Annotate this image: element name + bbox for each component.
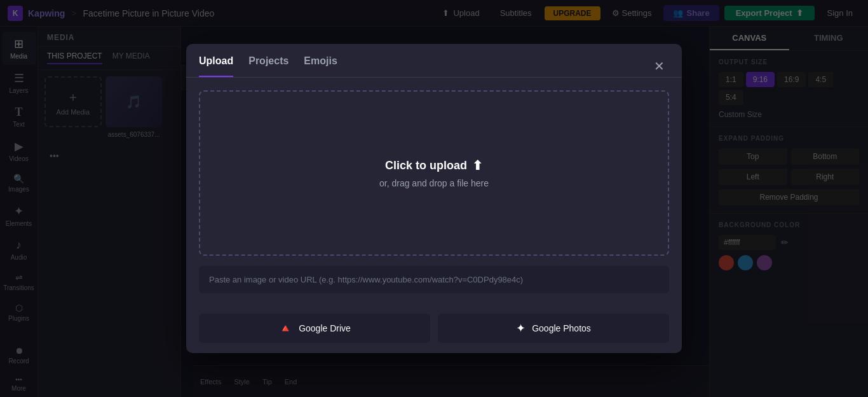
- modal-tab-upload[interactable]: Upload: [199, 55, 233, 77]
- modal-header: Upload Projects Emojis ✕: [186, 44, 682, 77]
- modal-close-button[interactable]: ✕: [649, 56, 669, 76]
- url-input[interactable]: [199, 266, 669, 293]
- modal-tab-emojis[interactable]: Emojis: [304, 55, 337, 77]
- modal-tab-projects[interactable]: Projects: [248, 55, 288, 77]
- google-drive-button[interactable]: 🔺 Google Drive: [199, 314, 430, 343]
- modal-footer: 🔺 Google Drive ✦ Google Photos: [186, 306, 682, 353]
- google-photos-button[interactable]: ✦ Google Photos: [438, 314, 669, 343]
- upload-dropzone[interactable]: Click to upload ⬆ or, drag and drop a fi…: [199, 90, 669, 256]
- upload-text: Click to upload ⬆: [385, 158, 483, 173]
- upload-modal: Upload Projects Emojis ✕ Click to upload…: [186, 44, 682, 353]
- google-photos-icon: ✦: [516, 321, 526, 335]
- google-drive-icon: 🔺: [278, 321, 292, 335]
- upload-arrow-icon: ⬆: [472, 158, 483, 173]
- modal-body: Click to upload ⬆ or, drag and drop a fi…: [186, 78, 682, 306]
- upload-subtitle: or, drag and drop a file here: [379, 178, 489, 188]
- modal-overlay[interactable]: Upload Projects Emojis ✕ Click to upload…: [0, 0, 868, 397]
